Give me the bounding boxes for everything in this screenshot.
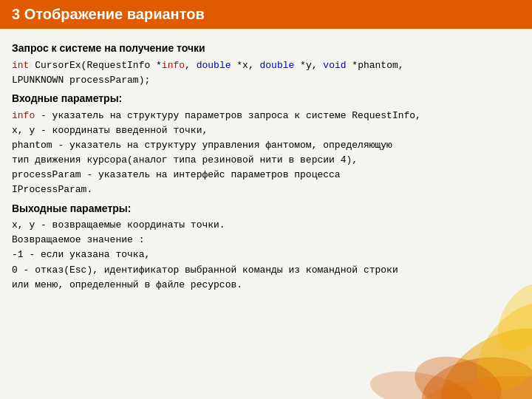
code-line-1: int CursorEx(RequestInfo *info, double *… (12, 58, 520, 73)
output-params-text: x, y - возвращаемые координаты точки. Во… (12, 218, 520, 293)
phantom-param-line: phantom - указатель на структуру управле… (12, 140, 392, 151)
minus1-line: -1 - если указана точка, (12, 249, 150, 260)
iprocessparam-line: IProcessParam. (12, 184, 92, 195)
main-content: Запрос к системе на получение точки int … (0, 41, 532, 304)
processparam-line: processParam - указатель на интерфейс па… (12, 169, 341, 180)
keyword-double-x: double (197, 60, 231, 71)
input-params-heading: Входные параметры: (12, 91, 520, 107)
keyword-void: void (323, 60, 346, 71)
header-bar: 3 Отображение вариантов (0, 0, 532, 29)
xy-param-line: x, y - координаты введенной точки, (12, 125, 208, 136)
output-xy-line: x, y - возвращаемые координаты точки. (12, 219, 225, 231)
keyword-info: info (162, 60, 185, 71)
page-title: 3 Отображение вариантов (12, 6, 205, 22)
code-line-2: LPUNKNOWN processParam); (12, 73, 520, 88)
zero-line-2: или меню, определенный в файле ресурсов. (12, 279, 242, 290)
return-value-line: Возвращаемое значение : (12, 234, 144, 245)
phantom-param-line-2: тип движения курсора(аналог типа резинов… (12, 154, 358, 166)
output-params-heading: Выходные параметры: (12, 201, 520, 217)
zero-line: 0 - отказ(Esc), идентификатор выбранной … (12, 265, 398, 276)
keyword-int: int (12, 60, 29, 71)
keyword-double-y: double (260, 60, 295, 71)
request-heading: Запрос к системе на получение точки (12, 41, 520, 57)
info-keyword-inline: info (12, 110, 35, 121)
info-param-line: info - указатель на структуру параметров… (12, 110, 421, 121)
input-params-text: info - указатель на структуру параметров… (12, 109, 520, 198)
page-wrapper: 3 Отображение вариантов Запрос к системе… (0, 0, 532, 304)
